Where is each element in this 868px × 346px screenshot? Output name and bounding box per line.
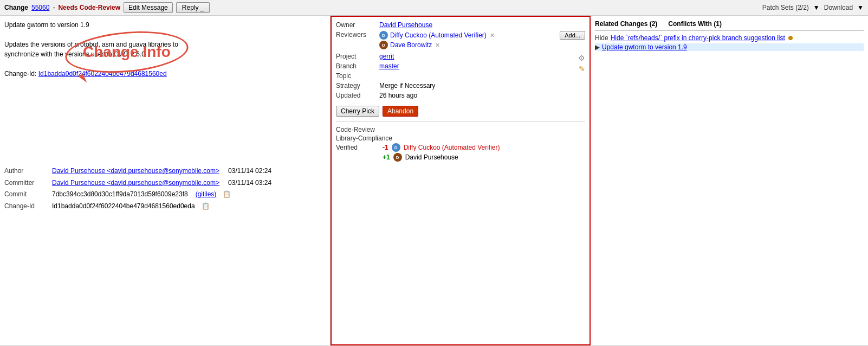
- commit-change-id-line: Change-Id: Id1badda0d0f24f6022404be479d4…: [4, 69, 326, 79]
- commit-subject: Update gwtorm to version 1.9: [4, 20, 326, 30]
- branch-value[interactable]: master: [379, 62, 399, 70]
- left-panel: Update gwtorm to version 1.9 Updates the…: [0, 16, 331, 345]
- download-button[interactable]: Download: [824, 4, 853, 11]
- commit-body-line1: Updates the versions of protobuf, asm an…: [4, 40, 326, 49]
- commit-message: Update gwtorm to version 1.9 Updates the…: [4, 20, 326, 79]
- top-bar-right: Patch Sets (2/2) ▼ Download ▼: [762, 4, 864, 11]
- library-compliance-label: Library-Compliance: [336, 134, 585, 142]
- related-changes-title: Related Changes (2): [595, 20, 657, 28]
- strategy-label: Strategy: [336, 82, 379, 89]
- reviewer1-avatar: D: [379, 31, 388, 40]
- reviewer2-row: D Dave Borowitz ✕: [379, 41, 560, 49]
- author-label: Author: [4, 165, 48, 177]
- branch-label: Branch: [336, 62, 379, 70]
- change-id-label: Change-Id:: [4, 70, 36, 78]
- verified-label-row: Verified -1 D Diffy Cuckoo (Automated Ve…: [336, 143, 585, 152]
- abandon-button[interactable]: Abandon: [383, 106, 418, 117]
- owner-name[interactable]: David Pursehouse: [379, 21, 432, 29]
- related-header: Related Changes (2) Conflicts With (1): [595, 20, 864, 31]
- project-value[interactable]: gerrit: [379, 53, 394, 60]
- expand-bullet[interactable]: ▶: [595, 43, 600, 51]
- committer-row: Committer David Pursehouse <david.purseh…: [4, 177, 326, 189]
- change-id-meta-label: Change-Id: [4, 201, 48, 213]
- status-badge: Needs Code-Review: [58, 4, 120, 11]
- reply-button[interactable]: Reply _: [176, 2, 210, 13]
- divider: [336, 121, 585, 121]
- gitiles-link[interactable]: (gitiles): [196, 189, 217, 201]
- commit-label: Commit: [4, 189, 48, 201]
- committer-label: Committer: [4, 177, 48, 189]
- copy-icon[interactable]: 📋: [223, 189, 231, 201]
- vote-negative: -1: [383, 144, 388, 151]
- status-separator: -: [53, 4, 55, 11]
- change-number[interactable]: 55060: [31, 4, 49, 11]
- topic-label: Topic: [336, 72, 379, 80]
- settings-icon[interactable]: ⚙: [578, 54, 585, 62]
- topic-row: Topic: [336, 72, 578, 80]
- right-panel: Related Changes (2) Conflicts With (1) H…: [591, 16, 868, 345]
- committer-date: 03/11/14 03:24: [228, 177, 271, 189]
- vote-pos-avatar: D: [393, 153, 402, 162]
- vote-neg-avatar: D: [392, 143, 400, 152]
- code-review-label: Code-Review: [336, 126, 585, 133]
- meta-section: Author David Pursehouse <david.pursehous…: [4, 165, 326, 212]
- add-reviewer-button[interactable]: Add...: [560, 31, 585, 40]
- reviewer1-row: D Diffy Cuckoo (Automated Verifier) ✕: [379, 31, 560, 40]
- cherry-pick-button[interactable]: Cherry Pick: [336, 106, 379, 117]
- hide-bullet: Hide: [595, 34, 608, 42]
- vote-positive: +1: [383, 153, 390, 161]
- commit-row: Commit 7dbc394cc3d80d30c1ff9da7013d59f60…: [4, 189, 326, 201]
- download-arrow-icon[interactable]: ▼: [857, 4, 864, 11]
- dot-icon: [788, 36, 793, 40]
- reviewer2-remove-icon[interactable]: ✕: [435, 42, 440, 49]
- project-label: Project: [336, 53, 379, 60]
- edit-topic-icon[interactable]: ✎: [579, 65, 585, 73]
- vote-neg-user[interactable]: Diffy Cuckoo (Automated Verifier): [404, 144, 500, 151]
- commit-body-line2: synchronize with the versions used in GW…: [4, 49, 326, 59]
- change-info-panel: Owner David Pursehouse Reviewers D Diffy…: [331, 16, 591, 345]
- reviewers-row: Reviewers D Diffy Cuckoo (Automated Veri…: [336, 31, 585, 50]
- reviewer1-remove-icon[interactable]: ✕: [490, 32, 495, 39]
- change-id-copy-icon[interactable]: 📋: [202, 201, 210, 213]
- vote-pos-user[interactable]: David Pursehouse: [405, 153, 458, 161]
- author-name[interactable]: David Pursehouse <david.pursehouse@sonym…: [52, 165, 219, 177]
- change-id-meta-value: Id1badda0d0f24f6022404be479d4681560ed0ed…: [52, 201, 195, 213]
- owner-row: Owner David Pursehouse: [336, 21, 585, 29]
- reviewers-list: D Diffy Cuckoo (Automated Verifier) ✕ D …: [379, 31, 560, 50]
- vote-section: Code-Review Library-Compliance Verified …: [336, 126, 585, 162]
- related-link-1[interactable]: Hide `refs/heads/` prefix in cherry-pick…: [611, 34, 785, 42]
- owner-label: Owner: [336, 21, 379, 29]
- committer-name[interactable]: David Pursehouse <david.pursehouse@sonym…: [52, 177, 219, 189]
- conflicts-title: Conflicts With (1): [668, 20, 722, 28]
- related-item-1: Hide Hide `refs/heads/` prefix in cherry…: [595, 34, 864, 42]
- project-row: Project gerrit: [336, 53, 578, 60]
- author-date: 03/11/14 02:24: [228, 165, 271, 177]
- top-bar-left: Change 55060 - Needs Code-Review Edit Me…: [4, 2, 758, 13]
- commit-change-id[interactable]: Id1badda0d0f24f6022404be479d4681560ed: [38, 70, 167, 78]
- change-label: Change: [4, 4, 28, 11]
- action-buttons: Cherry Pick Abandon: [336, 106, 585, 117]
- related-item-2: ▶ Update gwtorm to version 1.9: [595, 43, 864, 51]
- commit-hash: 7dbc394cc3d80d30c1ff9da7013d59f6009e23f8: [52, 189, 188, 201]
- related-link-2[interactable]: Update gwtorm to version 1.9: [602, 43, 687, 51]
- reviewer1-name[interactable]: Diffy Cuckoo (Automated Verifier): [390, 31, 487, 39]
- reviewers-label: Reviewers: [336, 31, 379, 39]
- reviewer2-avatar: D: [379, 41, 388, 49]
- strategy-row: Strategy Merge if Necessary: [336, 82, 578, 89]
- verified-label: Verified: [336, 144, 379, 151]
- branch-row: Branch master: [336, 62, 578, 70]
- strategy-value: Merge if Necessary: [379, 82, 435, 89]
- top-bar: Change 55060 - Needs Code-Review Edit Me…: [0, 0, 868, 16]
- change-id-row: Change-Id Id1badda0d0f24f6022404be479d46…: [4, 201, 326, 213]
- updated-row: Updated 26 hours ago: [336, 92, 578, 99]
- patch-sets[interactable]: Patch Sets (2/2): [762, 4, 809, 11]
- edit-message-button[interactable]: Edit Message: [124, 2, 173, 13]
- updated-label: Updated: [336, 92, 379, 99]
- patch-sets-arrow-icon[interactable]: ▼: [813, 4, 820, 11]
- author-row: Author David Pursehouse <david.pursehous…: [4, 165, 326, 177]
- vote-pos-row: +1 D David Pursehouse: [336, 153, 585, 162]
- updated-value: 26 hours ago: [379, 92, 417, 99]
- reviewer2-name[interactable]: Dave Borowitz: [390, 41, 432, 49]
